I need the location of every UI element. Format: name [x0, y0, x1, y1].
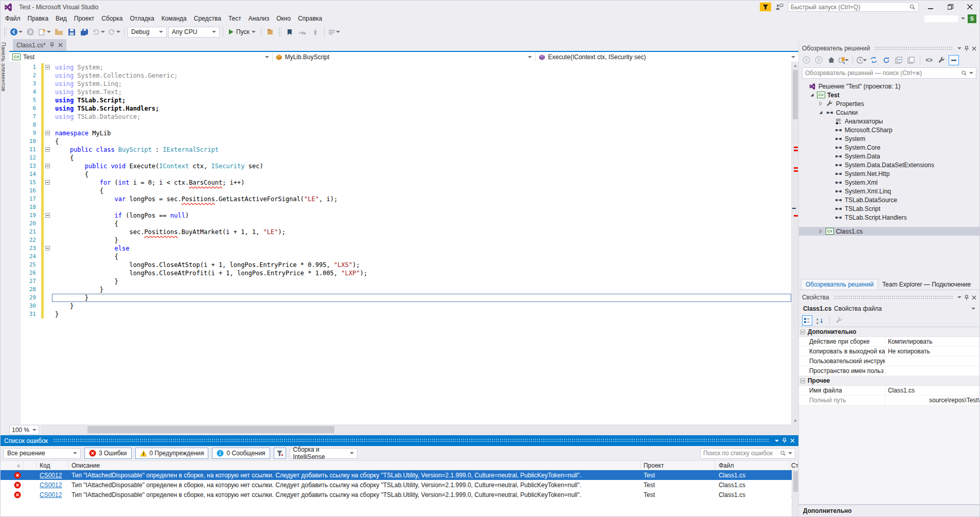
column-code[interactable]: Код — [37, 461, 68, 470]
window-position-icon[interactable] — [957, 296, 961, 300]
code-line[interactable]: 4using System.Text; — [21, 88, 791, 96]
property-value[interactable]: Компилировать — [885, 337, 979, 346]
property-value[interactable]: Не копировать — [885, 347, 979, 356]
code-line[interactable]: 11 public class BuyScript : IExternalScr… — [21, 146, 791, 154]
tree-item-5[interactable]: Microsoft.CSharp — [799, 126, 979, 134]
toolbox-tab[interactable]: Панель элементов — [1, 39, 9, 436]
menu-item-3[interactable]: Проект — [70, 13, 98, 24]
close-icon[interactable] — [790, 438, 795, 443]
source-dropdown[interactable]: Сборка и IntelliSense — [290, 448, 358, 459]
switch-views-button[interactable] — [839, 55, 849, 65]
redo-button[interactable] — [107, 26, 121, 38]
severity-column-icon[interactable] — [1, 461, 23, 470]
property-row[interactable]: Пространство имен польз — [799, 366, 979, 376]
scroll-up-icon[interactable]: ▲ — [792, 62, 799, 69]
code-line[interactable]: 31} — [21, 310, 791, 318]
errors-toggle[interactable]: 3 Ошибки — [84, 448, 132, 459]
collapse-icon[interactable] — [800, 330, 805, 334]
scrollbar-thumb[interactable] — [793, 471, 798, 492]
tree-item-15[interactable]: TSLab.Script.Handlers — [799, 213, 979, 222]
tree-item-6[interactable]: System — [799, 134, 979, 143]
window-position-icon[interactable] — [775, 440, 779, 444]
code-line[interactable]: 12 { — [21, 154, 791, 162]
menu-item-2[interactable]: Вид — [52, 13, 70, 24]
collapse-toggle-icon[interactable] — [45, 164, 50, 168]
messages-toggle[interactable]: 0 Сообщения — [212, 448, 270, 459]
code-line[interactable]: 26 longPos.CloseAtProfit(i + 1, longPos.… — [21, 269, 791, 277]
error-code[interactable]: CS0012 — [37, 470, 68, 480]
code-line[interactable]: 1using System; — [21, 63, 791, 72]
code-line[interactable]: 23 else — [21, 244, 791, 253]
code-line[interactable]: 27 } — [21, 277, 791, 286]
forward-button[interactable] — [814, 55, 824, 65]
error-code-link[interactable]: CS0012 — [40, 491, 62, 498]
property-value[interactable] — [885, 356, 979, 366]
account-avatar[interactable]: S — [968, 14, 976, 23]
code-line[interactable]: 3using System.Linq; — [21, 80, 791, 88]
column-icon[interactable] — [23, 461, 37, 470]
code-line[interactable]: 6using TSLab.Script.Handlers; — [21, 104, 791, 113]
error-row-0[interactable]: CS0012Тип "IAttachedDisposable" определе… — [1, 470, 798, 480]
code-line[interactable]: 19 if (longPos == null) — [21, 211, 791, 220]
pin-icon[interactable] — [782, 438, 787, 443]
collapse-toggle-icon[interactable] — [45, 65, 50, 69]
editor-horizontal-scrollbar[interactable] — [41, 424, 798, 435]
attach-process-button[interactable] — [264, 26, 276, 38]
code-line[interactable]: 7using TSLab.DataSource; — [21, 113, 791, 121]
menu-item-0[interactable]: Файл — [2, 13, 24, 24]
error-code[interactable]: CS0012 — [37, 480, 68, 490]
property-row[interactable]: Пользовательский инструм — [799, 356, 979, 366]
undo-button[interactable] — [92, 26, 105, 38]
save-all-button[interactable] — [79, 26, 90, 38]
tree-item-7[interactable]: System.Core — [799, 143, 979, 152]
toolbar-grip[interactable] — [278, 27, 281, 37]
notifications-icon[interactable] — [760, 3, 771, 11]
code-line[interactable]: 22 } — [21, 236, 791, 244]
code-line[interactable]: 20 { — [21, 220, 791, 228]
error-row-2[interactable]: CS0012Тип "IAttachedDisposable" определе… — [1, 490, 798, 500]
tree-item-2[interactable]: Properties — [799, 99, 979, 108]
tree-item-9[interactable]: System.Data.DataSetExtensions — [799, 161, 979, 169]
tab-class1[interactable]: Class1.cs* — [13, 39, 66, 51]
error-row-1[interactable]: CS0012Тип "IAttachedDisposable" определе… — [1, 480, 798, 490]
code-line[interactable]: 21 sec.Positions.BuyAtMarket(i + 1, 1, "… — [21, 228, 791, 236]
collapse-toggle-icon[interactable] — [45, 213, 50, 218]
property-value[interactable] — [885, 366, 979, 376]
feedback-icon[interactable] — [775, 4, 783, 11]
collapse-toggle-icon[interactable] — [45, 147, 50, 152]
code-line[interactable]: 2using System.Collections.Generic; — [21, 72, 791, 80]
property-group-1[interactable]: Прочее — [799, 376, 979, 386]
property-value[interactable]: Class1.cs — [885, 386, 979, 395]
editor-vertical-scrollbar[interactable]: ▲ ▼ — [791, 62, 798, 424]
navigate-forward-button[interactable] — [25, 26, 36, 38]
user-name-redacted[interactable] — [924, 15, 958, 22]
menu-item-6[interactable]: Команда — [158, 13, 190, 24]
platform-dropdown[interactable]: Any CPU — [168, 27, 220, 38]
step-into-button[interactable] — [310, 26, 321, 38]
collapse-toggle-icon[interactable] — [45, 180, 50, 185]
refresh-button[interactable] — [881, 55, 892, 65]
tree-item-13[interactable]: TSLab.DataSource — [799, 195, 979, 204]
tree-item-16[interactable]: C#Class1.cs — [799, 227, 979, 236]
type-dropdown[interactable]: MyLib.BuyScript — [273, 52, 536, 62]
code-line[interactable]: 18 — [21, 203, 791, 211]
column-description[interactable]: Описание — [68, 461, 640, 470]
menu-item-7[interactable]: Средства — [190, 13, 225, 24]
code-line[interactable]: 17 var longPos = sec.Positions.GetLastAc… — [21, 195, 791, 203]
code-line[interactable]: 13 public void Execute(IContext ctx, ISe… — [21, 162, 791, 170]
code-line[interactable]: 25 longPos.CloseAtStop(i + 1, longPos.En… — [21, 261, 791, 269]
menu-item-9[interactable]: Анализ — [245, 13, 273, 24]
error-code[interactable]: CS0012 — [37, 490, 68, 500]
property-row[interactable]: Имя файлаClass1.cs — [799, 386, 979, 396]
column-project[interactable]: Проект — [640, 461, 716, 470]
column-line[interactable]: Строка — [790, 461, 798, 470]
quick-launch-search[interactable]: Быстрый запуск (Ctrl+Q) — [788, 2, 919, 12]
zoom-dropdown[interactable]: 100 % — [9, 425, 39, 435]
scrollbar-thumb[interactable] — [793, 70, 798, 119]
tree-item-14[interactable]: TSLab.Script — [799, 204, 979, 213]
code-line[interactable]: 10{ — [21, 137, 791, 146]
step-over-button[interactable] — [297, 26, 308, 38]
close-icon[interactable] — [972, 295, 976, 300]
restore-button[interactable] — [942, 2, 958, 12]
pending-changes-button[interactable] — [857, 55, 867, 65]
